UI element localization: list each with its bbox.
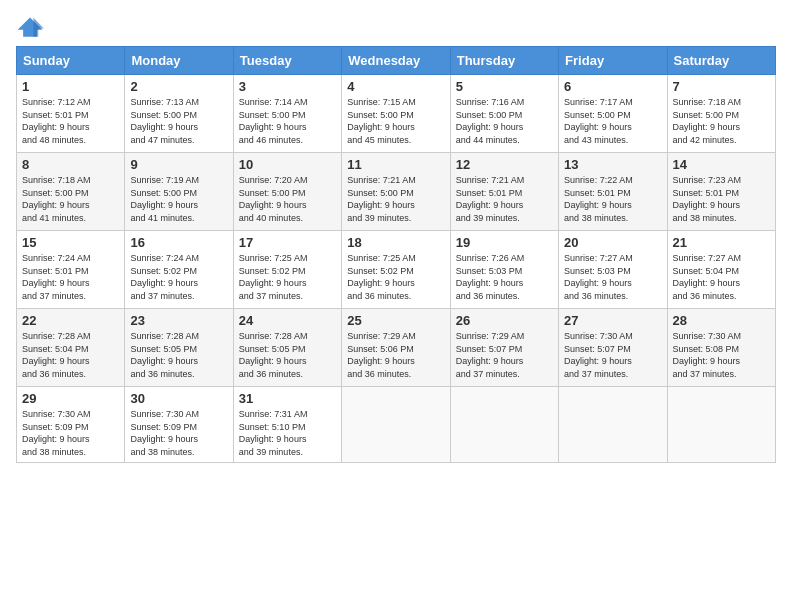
week-row-2: 8 Sunrise: 7:18 AM Sunset: 5:00 PM Dayli… [17, 153, 776, 231]
day-number: 19 [456, 235, 553, 250]
day-info: Sunrise: 7:29 AM Sunset: 5:07 PM Dayligh… [456, 331, 525, 379]
calendar-cell [667, 387, 775, 463]
day-info: Sunrise: 7:25 AM Sunset: 5:02 PM Dayligh… [239, 253, 308, 301]
logo [16, 16, 48, 38]
week-row-5: 29 Sunrise: 7:30 AM Sunset: 5:09 PM Dayl… [17, 387, 776, 463]
day-number: 30 [130, 391, 227, 406]
day-number: 31 [239, 391, 336, 406]
day-number: 29 [22, 391, 119, 406]
calendar-cell: 5 Sunrise: 7:16 AM Sunset: 5:00 PM Dayli… [450, 75, 558, 153]
calendar-table: SundayMondayTuesdayWednesdayThursdayFrid… [16, 46, 776, 463]
day-info: Sunrise: 7:17 AM Sunset: 5:00 PM Dayligh… [564, 97, 633, 145]
day-info: Sunrise: 7:31 AM Sunset: 5:10 PM Dayligh… [239, 409, 308, 457]
day-info: Sunrise: 7:23 AM Sunset: 5:01 PM Dayligh… [673, 175, 742, 223]
day-info: Sunrise: 7:30 AM Sunset: 5:07 PM Dayligh… [564, 331, 633, 379]
weekday-header-wednesday: Wednesday [342, 47, 450, 75]
day-info: Sunrise: 7:21 AM Sunset: 5:00 PM Dayligh… [347, 175, 416, 223]
calendar-cell: 21 Sunrise: 7:27 AM Sunset: 5:04 PM Dayl… [667, 231, 775, 309]
day-info: Sunrise: 7:24 AM Sunset: 5:01 PM Dayligh… [22, 253, 91, 301]
calendar-cell: 1 Sunrise: 7:12 AM Sunset: 5:01 PM Dayli… [17, 75, 125, 153]
day-number: 7 [673, 79, 770, 94]
day-number: 20 [564, 235, 661, 250]
weekday-header-monday: Monday [125, 47, 233, 75]
week-row-1: 1 Sunrise: 7:12 AM Sunset: 5:01 PM Dayli… [17, 75, 776, 153]
svg-marker-1 [33, 17, 43, 36]
day-number: 16 [130, 235, 227, 250]
day-number: 28 [673, 313, 770, 328]
day-number: 2 [130, 79, 227, 94]
day-info: Sunrise: 7:27 AM Sunset: 5:04 PM Dayligh… [673, 253, 742, 301]
calendar-cell: 27 Sunrise: 7:30 AM Sunset: 5:07 PM Dayl… [559, 309, 667, 387]
day-number: 8 [22, 157, 119, 172]
calendar-cell: 7 Sunrise: 7:18 AM Sunset: 5:00 PM Dayli… [667, 75, 775, 153]
calendar-cell: 29 Sunrise: 7:30 AM Sunset: 5:09 PM Dayl… [17, 387, 125, 463]
day-number: 6 [564, 79, 661, 94]
day-number: 15 [22, 235, 119, 250]
calendar-cell: 18 Sunrise: 7:25 AM Sunset: 5:02 PM Dayl… [342, 231, 450, 309]
day-info: Sunrise: 7:18 AM Sunset: 5:00 PM Dayligh… [673, 97, 742, 145]
calendar-cell: 24 Sunrise: 7:28 AM Sunset: 5:05 PM Dayl… [233, 309, 341, 387]
calendar-cell: 10 Sunrise: 7:20 AM Sunset: 5:00 PM Dayl… [233, 153, 341, 231]
calendar-cell [342, 387, 450, 463]
day-number: 13 [564, 157, 661, 172]
weekday-header-thursday: Thursday [450, 47, 558, 75]
calendar-cell: 31 Sunrise: 7:31 AM Sunset: 5:10 PM Dayl… [233, 387, 341, 463]
day-number: 14 [673, 157, 770, 172]
day-number: 26 [456, 313, 553, 328]
calendar-cell: 30 Sunrise: 7:30 AM Sunset: 5:09 PM Dayl… [125, 387, 233, 463]
calendar-cell: 8 Sunrise: 7:18 AM Sunset: 5:00 PM Dayli… [17, 153, 125, 231]
day-info: Sunrise: 7:29 AM Sunset: 5:06 PM Dayligh… [347, 331, 416, 379]
page-container: SundayMondayTuesdayWednesdayThursdayFrid… [0, 0, 792, 471]
calendar-cell: 16 Sunrise: 7:24 AM Sunset: 5:02 PM Dayl… [125, 231, 233, 309]
day-info: Sunrise: 7:18 AM Sunset: 5:00 PM Dayligh… [22, 175, 91, 223]
day-number: 23 [130, 313, 227, 328]
day-info: Sunrise: 7:13 AM Sunset: 5:00 PM Dayligh… [130, 97, 199, 145]
day-info: Sunrise: 7:14 AM Sunset: 5:00 PM Dayligh… [239, 97, 308, 145]
weekday-header-row: SundayMondayTuesdayWednesdayThursdayFrid… [17, 47, 776, 75]
day-info: Sunrise: 7:30 AM Sunset: 5:08 PM Dayligh… [673, 331, 742, 379]
weekday-header-sunday: Sunday [17, 47, 125, 75]
calendar-cell: 9 Sunrise: 7:19 AM Sunset: 5:00 PM Dayli… [125, 153, 233, 231]
day-number: 21 [673, 235, 770, 250]
day-info: Sunrise: 7:15 AM Sunset: 5:00 PM Dayligh… [347, 97, 416, 145]
day-number: 11 [347, 157, 444, 172]
day-number: 4 [347, 79, 444, 94]
day-info: Sunrise: 7:12 AM Sunset: 5:01 PM Dayligh… [22, 97, 91, 145]
day-info: Sunrise: 7:19 AM Sunset: 5:00 PM Dayligh… [130, 175, 199, 223]
calendar-cell: 6 Sunrise: 7:17 AM Sunset: 5:00 PM Dayli… [559, 75, 667, 153]
week-row-4: 22 Sunrise: 7:28 AM Sunset: 5:04 PM Dayl… [17, 309, 776, 387]
calendar-cell: 14 Sunrise: 7:23 AM Sunset: 5:01 PM Dayl… [667, 153, 775, 231]
day-info: Sunrise: 7:28 AM Sunset: 5:05 PM Dayligh… [239, 331, 308, 379]
day-info: Sunrise: 7:20 AM Sunset: 5:00 PM Dayligh… [239, 175, 308, 223]
day-number: 12 [456, 157, 553, 172]
calendar-cell: 20 Sunrise: 7:27 AM Sunset: 5:03 PM Dayl… [559, 231, 667, 309]
weekday-header-friday: Friday [559, 47, 667, 75]
day-number: 25 [347, 313, 444, 328]
day-number: 22 [22, 313, 119, 328]
header [16, 16, 776, 38]
calendar-cell: 15 Sunrise: 7:24 AM Sunset: 5:01 PM Dayl… [17, 231, 125, 309]
day-info: Sunrise: 7:28 AM Sunset: 5:04 PM Dayligh… [22, 331, 91, 379]
calendar-cell: 17 Sunrise: 7:25 AM Sunset: 5:02 PM Dayl… [233, 231, 341, 309]
week-row-3: 15 Sunrise: 7:24 AM Sunset: 5:01 PM Dayl… [17, 231, 776, 309]
day-info: Sunrise: 7:24 AM Sunset: 5:02 PM Dayligh… [130, 253, 199, 301]
day-info: Sunrise: 7:22 AM Sunset: 5:01 PM Dayligh… [564, 175, 633, 223]
calendar-cell: 11 Sunrise: 7:21 AM Sunset: 5:00 PM Dayl… [342, 153, 450, 231]
calendar-cell: 4 Sunrise: 7:15 AM Sunset: 5:00 PM Dayli… [342, 75, 450, 153]
day-info: Sunrise: 7:25 AM Sunset: 5:02 PM Dayligh… [347, 253, 416, 301]
day-info: Sunrise: 7:28 AM Sunset: 5:05 PM Dayligh… [130, 331, 199, 379]
weekday-header-tuesday: Tuesday [233, 47, 341, 75]
calendar-cell: 22 Sunrise: 7:28 AM Sunset: 5:04 PM Dayl… [17, 309, 125, 387]
day-number: 17 [239, 235, 336, 250]
day-number: 10 [239, 157, 336, 172]
day-info: Sunrise: 7:30 AM Sunset: 5:09 PM Dayligh… [22, 409, 91, 457]
calendar-cell: 12 Sunrise: 7:21 AM Sunset: 5:01 PM Dayl… [450, 153, 558, 231]
calendar-cell: 13 Sunrise: 7:22 AM Sunset: 5:01 PM Dayl… [559, 153, 667, 231]
day-number: 5 [456, 79, 553, 94]
calendar-cell [559, 387, 667, 463]
day-info: Sunrise: 7:16 AM Sunset: 5:00 PM Dayligh… [456, 97, 525, 145]
logo-icon [16, 16, 44, 38]
calendar-cell: 23 Sunrise: 7:28 AM Sunset: 5:05 PM Dayl… [125, 309, 233, 387]
calendar-cell: 3 Sunrise: 7:14 AM Sunset: 5:00 PM Dayli… [233, 75, 341, 153]
day-number: 1 [22, 79, 119, 94]
